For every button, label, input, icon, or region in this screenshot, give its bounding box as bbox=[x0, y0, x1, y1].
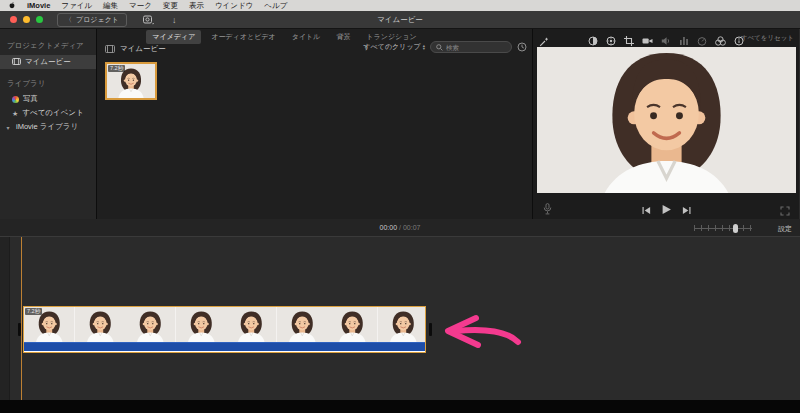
import-media-icon[interactable]: ↓ bbox=[172, 15, 177, 25]
back-to-projects-button[interactable]: 〈 プロジェクト bbox=[57, 13, 127, 27]
sidebar-item-imovie-library[interactable]: ▾ iMovie ライブラリ bbox=[0, 120, 96, 134]
clip-filmstrip bbox=[24, 307, 425, 342]
browser-clip[interactable]: 7.2秒 bbox=[105, 62, 157, 100]
sidebar-item-my-movie[interactable]: マイムービー bbox=[0, 55, 96, 69]
sidebar-item-label: 写真 bbox=[23, 94, 38, 104]
menu-item-view[interactable]: 表示 bbox=[189, 0, 204, 11]
tab-my-media[interactable]: マイメディア bbox=[146, 30, 201, 44]
play-icon[interactable] bbox=[661, 201, 672, 219]
filter-cluster: すべてのクリップ ▴▾ bbox=[363, 41, 527, 53]
back-chevron-icon: 〈 bbox=[65, 15, 72, 25]
browser-title-label: マイムービー bbox=[120, 44, 166, 54]
tab-audio-video[interactable]: オーディオとビデオ bbox=[205, 30, 281, 44]
timeline[interactable]: 7.2秒 bbox=[0, 237, 800, 400]
search-box bbox=[430, 41, 512, 53]
trim-handle-right[interactable] bbox=[429, 323, 432, 336]
sidebar-item-label: iMovie ライブラリ bbox=[16, 122, 78, 132]
menu-item-modify[interactable]: 変更 bbox=[163, 0, 178, 11]
tab-titles[interactable]: タイトル bbox=[286, 30, 327, 44]
zoom-window-button[interactable] bbox=[36, 16, 43, 23]
skip-forward-icon[interactable] bbox=[682, 201, 691, 219]
chevron-updown-icon: ▴▾ bbox=[423, 44, 425, 51]
menu-item-edit[interactable]: 編集 bbox=[103, 0, 118, 11]
photos-icon bbox=[12, 96, 19, 103]
timeline-gutter bbox=[0, 237, 10, 400]
timeline-zoom-slider[interactable] bbox=[694, 223, 752, 233]
sidebar-item-photos[interactable]: 写真 bbox=[0, 92, 96, 106]
window-controls bbox=[10, 16, 43, 23]
trim-handle-left[interactable] bbox=[18, 323, 21, 336]
preview-pane: すべてをリセット bbox=[533, 29, 799, 219]
annotation-arrow bbox=[434, 312, 522, 352]
clip-duration-badge: 7.2秒 bbox=[108, 65, 125, 72]
skip-back-icon[interactable] bbox=[642, 201, 651, 219]
clip-filter-dropdown[interactable]: すべてのクリップ ▴▾ bbox=[363, 42, 425, 52]
playhead[interactable] bbox=[21, 237, 22, 400]
menu-item-mark[interactable]: マーク bbox=[129, 0, 152, 11]
adjust-toolbar: すべてをリセット bbox=[533, 29, 799, 46]
apple-icon[interactable] bbox=[8, 1, 16, 10]
sidebar-item-label: マイムービー bbox=[25, 57, 71, 67]
timeline-toolbar: 00:00 / 00:07 設定 bbox=[0, 219, 800, 237]
current-time: 00:00 bbox=[380, 224, 398, 231]
zoom-slider-thumb[interactable] bbox=[733, 224, 738, 233]
timeline-settings-button[interactable]: 設定 bbox=[778, 224, 792, 234]
sidebar-item-label: すべてのイベント bbox=[22, 108, 83, 118]
preview-video-frame bbox=[537, 47, 796, 193]
timecode-display: 00:00 / 00:07 bbox=[380, 224, 421, 231]
audio-waveform-bar bbox=[24, 342, 425, 351]
menu-item-window[interactable]: ウインドウ bbox=[215, 0, 253, 11]
menu-item-imovie[interactable]: iMovie bbox=[27, 0, 50, 11]
media-browser-icon[interactable] bbox=[143, 11, 154, 29]
playback-controls bbox=[533, 201, 799, 219]
menu-item-file[interactable]: ファイル bbox=[61, 0, 92, 11]
media-browser: マイメディア オーディオとビデオ タイトル 背景 トランジション マイムービー … bbox=[97, 29, 533, 219]
sidebar: プロジェクトメディア マイムービー ライブラリ 写真 ★ すべてのイベント ▾ bbox=[0, 29, 97, 219]
zoom-slider-track bbox=[694, 228, 752, 229]
sidebar-item-all-events[interactable]: ★ すべてのイベント bbox=[0, 106, 96, 120]
event-icon bbox=[105, 45, 115, 53]
tab-backgrounds[interactable]: 背景 bbox=[330, 30, 356, 44]
search-input[interactable] bbox=[446, 44, 506, 51]
project-media-header: プロジェクトメディア bbox=[0, 41, 96, 51]
library-header: ライブラリ bbox=[0, 79, 96, 89]
clip-duration-badge: 7.2秒 bbox=[25, 308, 42, 315]
clock-icon[interactable] bbox=[517, 42, 527, 52]
bottom-strip bbox=[0, 400, 800, 413]
transport-bar bbox=[533, 195, 799, 219]
timeline-clip[interactable]: 7.2秒 bbox=[23, 306, 426, 353]
menu-bar: iMovie ファイル 編集 マーク 変更 表示 ウインドウ ヘルプ bbox=[0, 0, 800, 11]
title-bar: 〈 プロジェクト ↓ マイムービー bbox=[0, 11, 800, 29]
imovie-window: iMovie ファイル 編集 マーク 変更 表示 ウインドウ ヘルプ 〈 プロジ… bbox=[0, 0, 800, 413]
filmstrip-icon bbox=[12, 58, 21, 67]
browser-title: マイムービー bbox=[105, 44, 166, 54]
disclosure-triangle-icon[interactable]: ▾ bbox=[4, 124, 12, 131]
menu-item-help[interactable]: ヘルプ bbox=[264, 0, 287, 11]
total-time: 00:07 bbox=[403, 224, 421, 231]
search-icon bbox=[436, 44, 443, 51]
viewer bbox=[537, 47, 796, 193]
back-label: プロジェクト bbox=[76, 15, 119, 25]
minimize-window-button[interactable] bbox=[23, 16, 30, 23]
star-icon: ★ bbox=[12, 110, 18, 117]
reset-all-button[interactable]: すべてをリセット bbox=[741, 34, 794, 43]
fullscreen-icon[interactable] bbox=[780, 202, 790, 220]
main-content: プロジェクトメディア マイムービー ライブラリ 写真 ★ すべてのイベント ▾ bbox=[0, 29, 800, 219]
close-window-button[interactable] bbox=[10, 16, 17, 23]
